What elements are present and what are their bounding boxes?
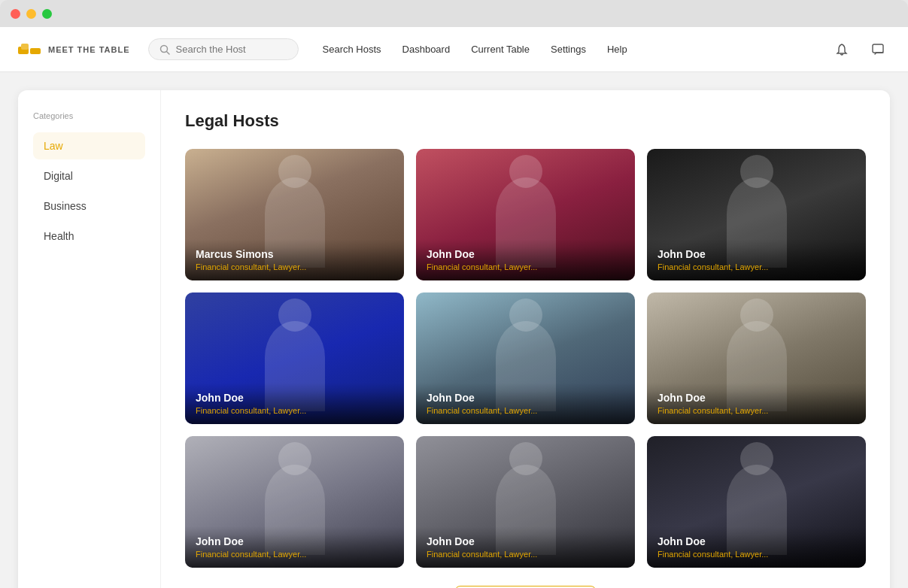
- host-card-overlay-6: John DoeFinancial consultant, Lawyer...: [647, 383, 866, 424]
- host-card-overlay-1: Marcus SimonsFinancial consultant, Lawye…: [185, 239, 404, 280]
- host-role-5: Financial consultant, Lawyer...: [427, 406, 624, 415]
- host-role-4: Financial consultant, Lawyer...: [196, 406, 393, 415]
- host-name-4: John Doe: [196, 392, 393, 404]
- search-input[interactable]: [176, 44, 287, 55]
- host-card-overlay-5: John DoeFinancial consultant, Lawyer...: [416, 383, 635, 424]
- host-role-1: Financial consultant, Lawyer...: [196, 262, 393, 271]
- host-card-2[interactable]: John DoeFinancial consultant, Lawyer...: [416, 149, 635, 280]
- nav-help[interactable]: Help: [607, 44, 627, 55]
- host-card-1[interactable]: Marcus SimonsFinancial consultant, Lawye…: [185, 149, 404, 280]
- close-button[interactable]: [11, 9, 20, 19]
- bell-icon: [835, 43, 849, 56]
- content-area: Categories Law Digital Business Health L…: [0, 72, 908, 588]
- logo-icon: [18, 41, 42, 59]
- nav-icons: [830, 38, 890, 62]
- svg-rect-5: [873, 44, 883, 53]
- host-card-5[interactable]: John DoeFinancial consultant, Lawyer...: [416, 292, 635, 424]
- maximize-button[interactable]: [42, 9, 52, 19]
- notification-button[interactable]: [830, 38, 854, 62]
- host-card-overlay-7: John DoeFinancial consultant, Lawyer...: [185, 526, 404, 568]
- hosts-grid: Marcus SimonsFinancial consultant, Lawye…: [185, 149, 866, 568]
- host-name-5: John Doe: [427, 392, 624, 404]
- app-window: MEET THE TABLE Search Hosts Dashboard Cu…: [0, 27, 908, 588]
- nav-current-table[interactable]: Current Table: [471, 44, 530, 55]
- host-card-8[interactable]: John DoeFinancial consultant, Lawyer...: [416, 436, 635, 568]
- host-card-overlay-2: John DoeFinancial consultant, Lawyer...: [416, 239, 635, 280]
- sidebar-item-digital[interactable]: Digital: [33, 162, 145, 189]
- sidebar: Categories Law Digital Business Health: [18, 90, 161, 588]
- logo-text: MEET THE TABLE: [48, 45, 130, 54]
- host-card-3[interactable]: John DoeFinancial consultant, Lawyer...: [647, 149, 866, 280]
- host-card-overlay-3: John DoeFinancial consultant, Lawyer...: [647, 239, 866, 280]
- host-role-7: Financial consultant, Lawyer...: [196, 550, 393, 559]
- svg-rect-2: [30, 48, 41, 54]
- minimize-button[interactable]: [26, 9, 36, 19]
- nav-settings[interactable]: Settings: [551, 44, 586, 55]
- nav-search-hosts[interactable]: Search Hosts: [323, 44, 381, 55]
- sidebar-item-health[interactable]: Health: [33, 223, 145, 250]
- host-card-7[interactable]: John DoeFinancial consultant, Lawyer...: [185, 436, 404, 568]
- host-role-8: Financial consultant, Lawyer...: [427, 550, 624, 559]
- nav-dashboard[interactable]: Dashboard: [402, 44, 451, 55]
- host-name-1: Marcus Simons: [196, 248, 393, 260]
- host-card-4[interactable]: John DoeFinancial consultant, Lawyer...: [185, 292, 404, 424]
- chat-icon: [871, 43, 885, 56]
- inner-card: Categories Law Digital Business Health L…: [18, 90, 890, 588]
- host-card-9[interactable]: John DoeFinancial consultant, Lawyer...: [647, 436, 866, 568]
- svg-rect-1: [21, 44, 29, 50]
- messages-button[interactable]: [866, 38, 890, 62]
- host-role-6: Financial consultant, Lawyer...: [657, 406, 855, 415]
- search-box[interactable]: [148, 38, 299, 60]
- host-card-overlay-4: John DoeFinancial consultant, Lawyer...: [185, 383, 404, 424]
- host-name-8: John Doe: [427, 535, 624, 547]
- svg-line-4: [166, 51, 169, 54]
- host-card-overlay-8: John DoeFinancial consultant, Lawyer...: [416, 526, 635, 568]
- host-role-9: Financial consultant, Lawyer...: [657, 550, 855, 559]
- nav-links: Search Hosts Dashboard Current Table Set…: [323, 44, 627, 55]
- host-name-2: John Doe: [427, 248, 624, 260]
- logo: MEET THE TABLE: [18, 41, 130, 59]
- host-card-overlay-9: John DoeFinancial consultant, Lawyer...: [647, 526, 866, 568]
- navbar: MEET THE TABLE Search Hosts Dashboard Cu…: [0, 27, 908, 72]
- host-name-7: John Doe: [196, 535, 393, 547]
- window-chrome: [0, 0, 908, 27]
- categories-label: Categories: [33, 111, 145, 120]
- host-role-2: Financial consultant, Lawyer...: [427, 262, 624, 271]
- sidebar-item-law[interactable]: Law: [33, 132, 145, 159]
- host-card-6[interactable]: John DoeFinancial consultant, Lawyer...: [647, 292, 866, 424]
- main-panel: Legal Hosts Marcus SimonsFinancial consu…: [161, 90, 890, 588]
- search-icon: [159, 44, 170, 55]
- host-role-3: Financial consultant, Lawyer...: [657, 262, 855, 271]
- host-name-9: John Doe: [657, 535, 855, 547]
- page-title: Legal Hosts: [185, 111, 866, 131]
- host-name-3: John Doe: [657, 248, 855, 260]
- sidebar-item-business[interactable]: Business: [33, 192, 145, 220]
- host-name-6: John Doe: [657, 392, 855, 404]
